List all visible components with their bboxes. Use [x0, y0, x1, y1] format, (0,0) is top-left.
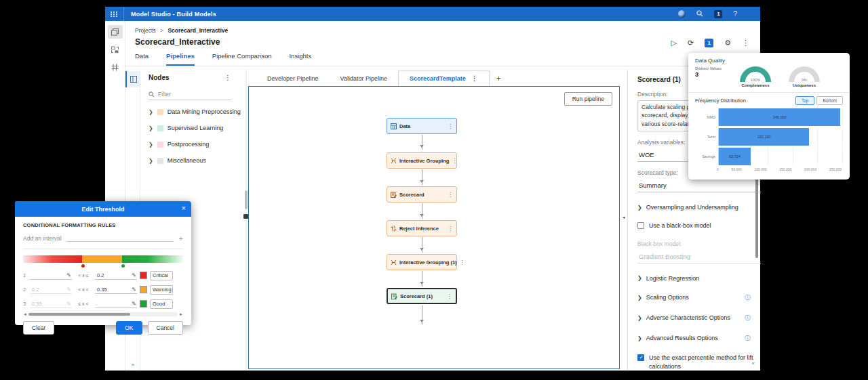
- checkbox-unchecked[interactable]: [637, 222, 644, 229]
- node-menu-icon[interactable]: ⋮: [447, 293, 452, 299]
- collapse-right-panel-icon[interactable]: «: [752, 360, 755, 366]
- node-reject-inference[interactable]: Reject Inference ⋮: [387, 220, 457, 236]
- color-swatch-good[interactable]: [140, 300, 147, 308]
- pipeline-tab-validator[interactable]: Validator Pipeline: [330, 72, 398, 86]
- nodes-filter-input[interactable]: [158, 91, 226, 98]
- tab-data[interactable]: Data: [135, 52, 149, 66]
- pencil-icon[interactable]: ✎: [66, 272, 71, 278]
- refresh-icon[interactable]: ⟳: [688, 39, 694, 47]
- scrollbar-track[interactable]: [245, 70, 247, 371]
- collapse-divider-handle[interactable]: ◂: [623, 215, 625, 220]
- section-adverse-characteristic-options[interactable]: ❯ Adverse Characteristic Options ⓘ: [637, 314, 751, 322]
- rule-right-input[interactable]: 0.2✎: [95, 271, 137, 280]
- breadcrumb-projects[interactable]: Projects: [135, 27, 156, 34]
- section-oversampling[interactable]: ❯ Oversampling and Undersampling: [637, 204, 751, 211]
- properties-scrollbar-thumb[interactable]: [755, 170, 758, 258]
- clear-button[interactable]: Clear: [23, 321, 54, 335]
- breadcrumb-separator: >: [160, 27, 163, 34]
- toggle-top-button[interactable]: Top: [795, 96, 814, 105]
- pipeline-canvas[interactable]: Run pipeline Data ⋮ Interactive Grouping…: [248, 86, 620, 369]
- nodes-filter[interactable]: [149, 91, 231, 100]
- section-advanced-results-options[interactable]: ❯ Advanced Results Options ⓘ: [637, 334, 751, 343]
- nodes-panel-toggle-icon[interactable]: [125, 71, 140, 87]
- toolbar-badge[interactable]: 1: [705, 39, 713, 47]
- scroll-left-icon[interactable]: ◄: [23, 312, 27, 316]
- node-data[interactable]: Data ⋮: [387, 118, 457, 134]
- gradient-bar[interactable]: [23, 255, 183, 263]
- tree-group-miscellaneous[interactable]: ❯ Miscellaneous: [149, 157, 231, 164]
- ok-button[interactable]: OK: [116, 321, 142, 335]
- scorecard-type-select[interactable]: Summary ▼: [637, 179, 761, 192]
- collapse-left-panel-icon[interactable]: »: [125, 362, 140, 368]
- node-menu-icon[interactable]: ⋮: [452, 158, 457, 164]
- search-icon[interactable]: [696, 10, 703, 18]
- bar[interactable]: 182,190: [719, 128, 809, 146]
- nodes-panel-menu-icon[interactable]: ⋮: [224, 74, 231, 81]
- rule-label-input[interactable]: Warning: [150, 285, 173, 295]
- bar[interactable]: 63,724: [719, 148, 751, 165]
- pencil-icon[interactable]: ✎: [132, 301, 136, 307]
- scroll-right-icon[interactable]: ►: [179, 312, 183, 316]
- blackbox-checkbox-row[interactable]: Use a black-box model: [637, 221, 751, 231]
- checkbox-checked[interactable]: [637, 354, 644, 361]
- info-icon[interactable]: ⓘ: [745, 293, 751, 302]
- more-menu-icon[interactable]: ⋮: [742, 39, 749, 47]
- notifications-badge[interactable]: 1: [714, 10, 722, 18]
- tab-pipeline-comparison[interactable]: Pipeline Comparison: [212, 52, 272, 66]
- projects-icon[interactable]: [108, 25, 123, 39]
- run-pipeline-button[interactable]: Run pipeline: [564, 92, 612, 106]
- section-logistic-regression[interactable]: ❯ Logistic Regression: [637, 275, 751, 282]
- percentile-checkbox-row[interactable]: Use the exact percentile method for lift…: [637, 354, 761, 372]
- splitter-drag-handle[interactable]: [243, 214, 248, 219]
- rule-label-input[interactable]: Critical: [150, 271, 173, 280]
- add-pipeline-icon[interactable]: +: [496, 74, 501, 86]
- color-swatch-warning[interactable]: [140, 286, 147, 293]
- node-menu-icon[interactable]: ⋮: [460, 259, 465, 266]
- node-menu-icon[interactable]: ⋮: [448, 192, 453, 198]
- rule-right-input[interactable]: 0.35✎: [95, 285, 137, 294]
- dialog-title: Edit Threshold: [82, 206, 125, 213]
- add-interval-input[interactable]: [67, 235, 174, 242]
- snippets-icon[interactable]: [108, 60, 123, 74]
- color-swatch-critical[interactable]: [140, 272, 147, 279]
- tree-group-supervised-learning[interactable]: ❯ Supervised Learning: [149, 125, 231, 131]
- info-icon[interactable]: ⓘ: [745, 334, 751, 343]
- rule-left-input[interactable]: ✎: [30, 271, 72, 280]
- section-scaling-options[interactable]: ❯ Scaling Options ⓘ: [637, 293, 751, 302]
- pipeline-tab-menu-icon[interactable]: ⋮: [471, 75, 478, 82]
- rule-right-input[interactable]: ✎: [95, 299, 137, 308]
- pipeline-tab-scorecardtemplate[interactable]: ScorecardTemplate ⋮: [398, 70, 490, 86]
- pencil-icon[interactable]: ✎: [132, 287, 136, 293]
- tree-group-data-mining-preprocessing[interactable]: ❯ Data Mining Preprocessing: [149, 108, 231, 115]
- node-scorecard[interactable]: Scorecard ⋮: [387, 186, 457, 203]
- sas-logo-icon[interactable]: [678, 10, 686, 18]
- bar[interactable]: 245,000: [719, 108, 840, 126]
- scrollbar-track[interactable]: [28, 312, 178, 316]
- node-menu-icon[interactable]: ⋮: [448, 226, 453, 232]
- threshold-marker-green[interactable]: [121, 264, 125, 268]
- close-icon[interactable]: ×: [182, 204, 186, 212]
- exchange-icon[interactable]: [108, 43, 123, 56]
- threshold-marker-red[interactable]: [81, 264, 85, 268]
- pipeline-tab-developer[interactable]: Developer Pipeline: [256, 72, 330, 86]
- pencil-icon[interactable]: ✎: [132, 272, 136, 278]
- add-interval-plus-icon[interactable]: +: [179, 234, 183, 242]
- info-icon[interactable]: ⓘ: [745, 314, 751, 322]
- tab-insights[interactable]: Insights: [289, 52, 311, 66]
- settings-gear-icon[interactable]: ⚙: [724, 39, 731, 47]
- help-icon[interactable]: ?: [733, 11, 737, 18]
- run-icon[interactable]: ▷: [671, 39, 676, 47]
- cancel-button[interactable]: Cancel: [148, 321, 183, 335]
- tree-group-postprocessing[interactable]: ❯ Postprocessing: [149, 141, 231, 148]
- dialog-titlebar[interactable]: Edit Threshold ×: [15, 201, 191, 217]
- scrollbar-thumb[interactable]: [28, 313, 130, 316]
- node-interactive-grouping-1[interactable]: Interactive Grouping (1) ⋮: [387, 254, 457, 270]
- app-launcher-icon[interactable]: [105, 7, 124, 21]
- node-scorecard-1-selected[interactable]: Scorecard (1) ⋮: [387, 288, 457, 304]
- tab-pipelines[interactable]: Pipelines: [166, 52, 195, 66]
- rule-label-input[interactable]: Good: [150, 299, 173, 309]
- toggle-bottom-button[interactable]: Bottom: [816, 96, 843, 105]
- scrollbar-thumb[interactable]: [245, 190, 248, 209]
- node-interactive-grouping[interactable]: Interactive Grouping ⋮: [387, 152, 457, 169]
- node-menu-icon[interactable]: ⋮: [448, 123, 453, 129]
